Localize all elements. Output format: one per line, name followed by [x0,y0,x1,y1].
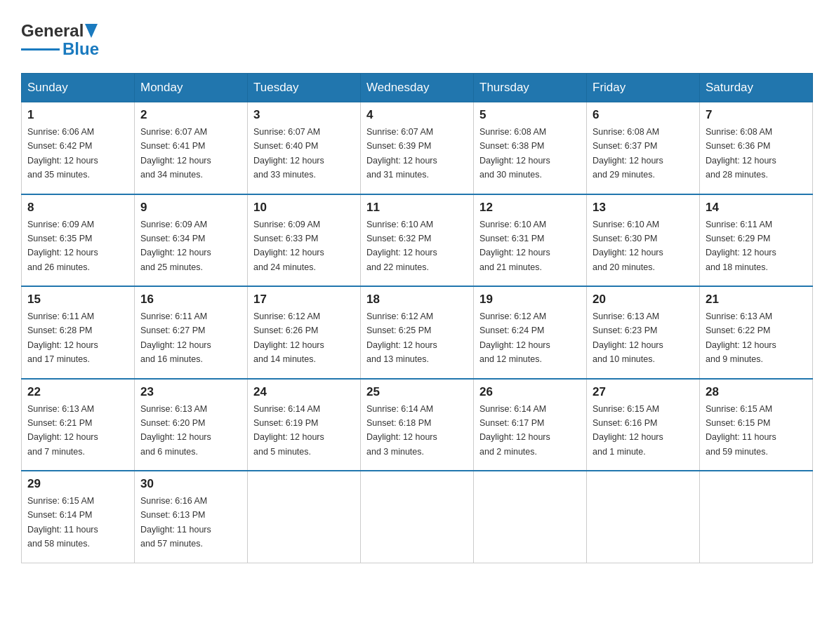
day-info: Sunrise: 6:12 AMSunset: 6:24 PMDaylight:… [479,311,550,364]
day-number: 24 [253,385,355,399]
calendar-week-row: 22Sunrise: 6:13 AMSunset: 6:21 PMDayligh… [22,379,813,471]
day-number: 2 [140,108,241,122]
calendar-cell: 18Sunrise: 6:12 AMSunset: 6:25 PMDayligh… [361,286,474,379]
day-info: Sunrise: 6:13 AMSunset: 6:22 PMDaylight:… [706,311,776,364]
calendar-cell: 12Sunrise: 6:10 AMSunset: 6:31 PMDayligh… [474,194,587,287]
day-number: 27 [593,385,694,399]
calendar-cell [587,471,700,563]
calendar-cell: 22Sunrise: 6:13 AMSunset: 6:21 PMDayligh… [22,379,135,471]
day-info: Sunrise: 6:07 AMSunset: 6:41 PMDaylight:… [140,127,211,180]
calendar-cell [700,471,813,563]
day-number: 25 [366,385,468,399]
calendar-cell: 24Sunrise: 6:14 AMSunset: 6:19 PMDayligh… [248,379,361,471]
day-info: Sunrise: 6:10 AMSunset: 6:30 PMDaylight:… [593,220,663,272]
day-info: Sunrise: 6:09 AMSunset: 6:35 PMDaylight:… [27,220,98,272]
calendar-week-row: 15Sunrise: 6:11 AMSunset: 6:28 PMDayligh… [22,286,813,379]
col-header-monday: Monday [135,74,248,102]
col-header-wednesday: Wednesday [361,74,474,102]
day-info: Sunrise: 6:14 AMSunset: 6:19 PMDaylight:… [253,404,324,457]
calendar-cell: 9Sunrise: 6:09 AMSunset: 6:34 PMDaylight… [135,194,248,287]
day-number: 11 [366,201,468,215]
col-header-tuesday: Tuesday [248,74,361,102]
day-number: 26 [479,385,581,399]
day-info: Sunrise: 6:13 AMSunset: 6:21 PMDaylight:… [27,404,98,457]
calendar-cell: 20Sunrise: 6:13 AMSunset: 6:23 PMDayligh… [587,286,700,379]
day-info: Sunrise: 6:07 AMSunset: 6:40 PMDaylight:… [253,127,324,180]
calendar-table: SundayMondayTuesdayWednesdayThursdayFrid… [21,73,813,563]
day-number: 18 [366,293,468,307]
day-number: 9 [140,201,241,215]
day-number: 15 [27,293,128,307]
day-number: 12 [479,201,581,215]
calendar-cell: 27Sunrise: 6:15 AMSunset: 6:16 PMDayligh… [587,379,700,471]
calendar-cell: 16Sunrise: 6:11 AMSunset: 6:27 PMDayligh… [135,286,248,379]
day-number: 19 [479,293,581,307]
calendar-cell: 11Sunrise: 6:10 AMSunset: 6:32 PMDayligh… [361,194,474,287]
calendar-cell: 1Sunrise: 6:06 AMSunset: 6:42 PMDaylight… [22,102,135,194]
day-number: 7 [706,108,807,122]
day-info: Sunrise: 6:06 AMSunset: 6:42 PMDaylight:… [27,127,98,180]
calendar-week-row: 29Sunrise: 6:15 AMSunset: 6:14 PMDayligh… [22,471,813,563]
calendar-cell: 19Sunrise: 6:12 AMSunset: 6:24 PMDayligh… [474,286,587,379]
col-header-thursday: Thursday [474,74,587,102]
calendar-cell: 2Sunrise: 6:07 AMSunset: 6:41 PMDaylight… [135,102,248,194]
day-number: 30 [140,477,241,491]
col-header-saturday: Saturday [700,74,813,102]
calendar-cell: 26Sunrise: 6:14 AMSunset: 6:17 PMDayligh… [474,379,587,471]
calendar-cell: 13Sunrise: 6:10 AMSunset: 6:30 PMDayligh… [587,194,700,287]
day-number: 29 [27,477,128,491]
day-info: Sunrise: 6:08 AMSunset: 6:38 PMDaylight:… [479,127,550,180]
day-number: 10 [253,201,355,215]
calendar-cell: 30Sunrise: 6:16 AMSunset: 6:13 PMDayligh… [135,471,248,563]
day-number: 21 [706,293,807,307]
day-number: 28 [706,385,807,399]
calendar-cell: 5Sunrise: 6:08 AMSunset: 6:38 PMDaylight… [474,102,587,194]
day-info: Sunrise: 6:11 AMSunset: 6:29 PMDaylight:… [706,220,776,272]
day-number: 16 [140,293,241,307]
day-info: Sunrise: 6:12 AMSunset: 6:25 PMDaylight:… [366,311,437,364]
day-number: 6 [593,108,694,122]
day-info: Sunrise: 6:14 AMSunset: 6:18 PMDaylight:… [366,404,437,457]
calendar-cell: 25Sunrise: 6:14 AMSunset: 6:18 PMDayligh… [361,379,474,471]
day-number: 22 [27,385,128,399]
logo-blue: Blue [62,39,99,59]
page-header: General Blue [21,21,813,59]
day-number: 1 [27,108,128,122]
calendar-cell: 21Sunrise: 6:13 AMSunset: 6:22 PMDayligh… [700,286,813,379]
day-number: 4 [366,108,468,122]
calendar-cell: 17Sunrise: 6:12 AMSunset: 6:26 PMDayligh… [248,286,361,379]
calendar-cell: 6Sunrise: 6:08 AMSunset: 6:37 PMDaylight… [587,102,700,194]
day-number: 5 [479,108,581,122]
day-info: Sunrise: 6:09 AMSunset: 6:33 PMDaylight:… [253,220,324,272]
day-number: 3 [253,108,355,122]
calendar-cell [248,471,361,563]
day-info: Sunrise: 6:11 AMSunset: 6:28 PMDaylight:… [27,311,98,364]
calendar-cell: 29Sunrise: 6:15 AMSunset: 6:14 PMDayligh… [22,471,135,563]
day-info: Sunrise: 6:14 AMSunset: 6:17 PMDaylight:… [479,404,550,457]
day-info: Sunrise: 6:16 AMSunset: 6:13 PMDaylight:… [140,496,211,549]
calendar-cell: 14Sunrise: 6:11 AMSunset: 6:29 PMDayligh… [700,194,813,287]
day-info: Sunrise: 6:11 AMSunset: 6:27 PMDaylight:… [140,311,211,364]
logo-general: General [21,21,84,41]
logo: General Blue [21,21,99,59]
calendar-header-row: SundayMondayTuesdayWednesdayThursdayFrid… [22,74,813,102]
calendar-cell: 23Sunrise: 6:13 AMSunset: 6:20 PMDayligh… [135,379,248,471]
col-header-sunday: Sunday [22,74,135,102]
calendar-cell: 15Sunrise: 6:11 AMSunset: 6:28 PMDayligh… [22,286,135,379]
day-info: Sunrise: 6:12 AMSunset: 6:26 PMDaylight:… [253,311,324,364]
day-info: Sunrise: 6:15 AMSunset: 6:15 PMDaylight:… [706,404,776,457]
day-number: 20 [593,293,694,307]
calendar-cell [361,471,474,563]
svg-marker-0 [85,24,98,38]
day-info: Sunrise: 6:15 AMSunset: 6:16 PMDaylight:… [593,404,663,457]
day-number: 8 [27,201,128,215]
calendar-week-row: 8Sunrise: 6:09 AMSunset: 6:35 PMDaylight… [22,194,813,287]
calendar-cell: 4Sunrise: 6:07 AMSunset: 6:39 PMDaylight… [361,102,474,194]
calendar-cell: 3Sunrise: 6:07 AMSunset: 6:40 PMDaylight… [248,102,361,194]
day-info: Sunrise: 6:13 AMSunset: 6:20 PMDaylight:… [140,404,211,457]
day-info: Sunrise: 6:08 AMSunset: 6:36 PMDaylight:… [706,127,776,180]
day-info: Sunrise: 6:09 AMSunset: 6:34 PMDaylight:… [140,220,211,272]
day-info: Sunrise: 6:07 AMSunset: 6:39 PMDaylight:… [366,127,437,180]
calendar-cell [474,471,587,563]
calendar-cell: 7Sunrise: 6:08 AMSunset: 6:36 PMDaylight… [700,102,813,194]
